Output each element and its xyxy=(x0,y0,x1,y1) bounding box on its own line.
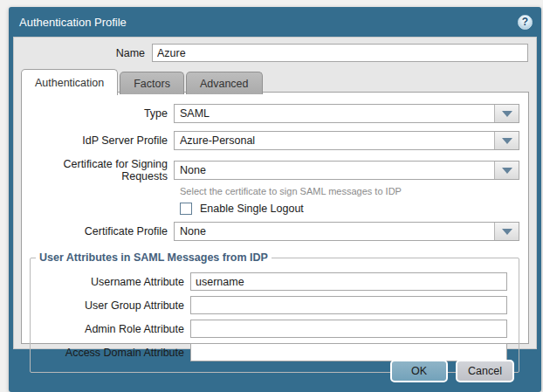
tab-authentication[interactable]: Authentication xyxy=(21,69,118,95)
name-input[interactable] xyxy=(152,44,528,62)
certificate-profile-dropdown[interactable]: None xyxy=(174,222,519,241)
type-value: SAML xyxy=(180,105,491,122)
tab-advanced[interactable]: Advanced xyxy=(186,72,263,94)
authentication-tab-panel: Type SAML IdP Server Profile Azure-Perso… xyxy=(21,92,529,344)
type-row: Type SAML xyxy=(22,104,528,123)
username-attribute-row: Username Attribute xyxy=(31,272,519,291)
cancel-button[interactable]: Cancel xyxy=(456,360,514,382)
certificate-signing-row: Certificate for Signing Requests None xyxy=(22,158,528,182)
single-logout-label: Enable Single Logout xyxy=(192,203,304,215)
user-group-attribute-row: User Group Attribute xyxy=(31,296,519,314)
user-attributes-legend: User Attributes in SAML Messages from ID… xyxy=(36,251,272,264)
admin-role-attribute-input[interactable] xyxy=(190,320,507,338)
certificate-profile-label: Certificate Profile xyxy=(22,225,174,237)
tab-factors[interactable]: Factors xyxy=(120,72,184,94)
certificate-signing-dropdown-button[interactable] xyxy=(494,162,519,179)
name-label: Name xyxy=(14,47,152,59)
certificate-profile-dropdown-button[interactable] xyxy=(494,223,519,240)
single-logout-row: Enable Single Logout xyxy=(180,203,528,215)
certificate-signing-hint: Select the certificate to sign SAML mess… xyxy=(180,186,528,196)
dialog-footer: OK Cancel xyxy=(9,349,541,392)
single-logout-checkbox[interactable] xyxy=(180,203,192,215)
chevron-down-icon xyxy=(502,229,512,235)
chevron-down-icon xyxy=(502,111,512,117)
chevron-down-icon xyxy=(502,168,512,174)
type-dropdown[interactable]: SAML xyxy=(174,104,519,123)
name-row: Name xyxy=(14,44,536,62)
certificate-profile-value: None xyxy=(180,223,491,240)
admin-role-attribute-label: Admin Role Attribute xyxy=(31,323,190,335)
certificate-profile-row: Certificate Profile None xyxy=(22,222,528,241)
admin-role-attribute-row: Admin Role Attribute xyxy=(31,320,519,338)
certificate-signing-dropdown[interactable]: None xyxy=(174,161,519,180)
dialog-title: Authentication Profile xyxy=(19,16,518,29)
certificate-signing-value: None xyxy=(180,162,491,179)
username-attribute-label: Username Attribute xyxy=(31,276,190,288)
idp-server-profile-dropdown-button[interactable] xyxy=(494,132,519,149)
ok-button[interactable]: OK xyxy=(390,360,448,382)
user-group-attribute-input[interactable] xyxy=(190,296,507,314)
idp-server-profile-dropdown[interactable]: Azure-Personal xyxy=(174,131,519,150)
idp-server-profile-value: Azure-Personal xyxy=(180,132,491,149)
idp-server-profile-row: IdP Server Profile Azure-Personal xyxy=(22,131,528,150)
dialog-titlebar: Authentication Profile ? xyxy=(9,7,541,37)
chevron-down-icon xyxy=(502,138,512,144)
dialog-content: Name Authentication Factors Advanced Typ… xyxy=(13,37,537,349)
tabstrip: Authentication Factors Advanced xyxy=(14,69,536,94)
authentication-profile-dialog: Authentication Profile ? Name Authentica… xyxy=(9,7,541,392)
certificate-signing-label: Certificate for Signing Requests xyxy=(22,158,174,182)
username-attribute-input[interactable] xyxy=(190,272,507,291)
user-group-attribute-label: User Group Attribute xyxy=(31,299,190,312)
type-dropdown-button[interactable] xyxy=(494,105,519,122)
idp-server-profile-label: IdP Server Profile xyxy=(22,134,174,147)
help-icon[interactable]: ? xyxy=(518,15,533,30)
type-label: Type xyxy=(22,107,174,120)
